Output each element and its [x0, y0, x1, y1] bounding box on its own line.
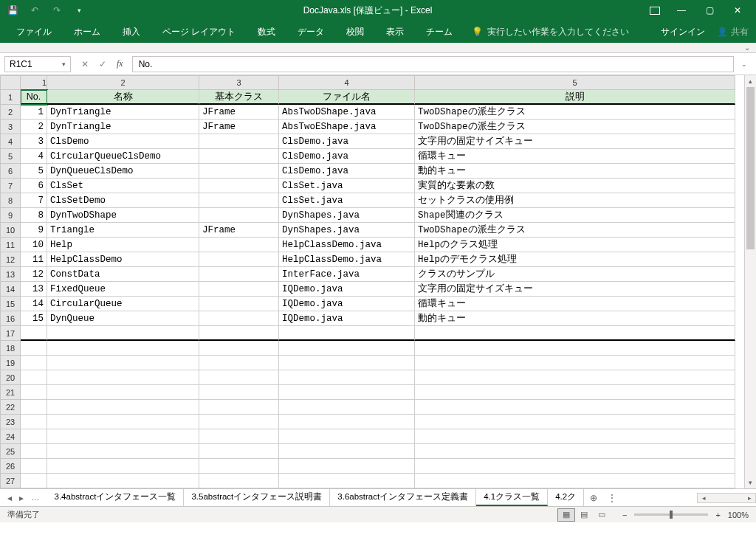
cell[interactable] [199, 297, 279, 311]
cell[interactable] [199, 326, 279, 341]
redo-icon[interactable]: ↷ [50, 5, 63, 15]
cell[interactable] [21, 474, 47, 488]
tab-view[interactable]: 表示 [377, 26, 413, 38]
cell[interactable]: 文字用の固定サイズキュー [415, 282, 735, 297]
zoom-slider[interactable] [634, 513, 708, 516]
row-header[interactable]: 27 [0, 474, 21, 488]
sheet-nav-prev[interactable]: ▸ [16, 491, 27, 505]
zoom-level[interactable]: 100% [728, 511, 749, 519]
undo-icon[interactable]: ↶ [28, 5, 41, 15]
row-header[interactable]: 6 [0, 164, 21, 179]
cell[interactable] [21, 356, 47, 370]
cell[interactable] [199, 429, 279, 444]
fx-icon[interactable]: fx [117, 58, 123, 69]
cell[interactable]: DynTwoDShape [47, 208, 199, 223]
cell[interactable]: JFrame [199, 120, 279, 134]
cell[interactable]: ClsDemo [47, 134, 199, 149]
cell[interactable] [47, 429, 199, 444]
cell[interactable] [415, 356, 735, 370]
cell[interactable]: 3 [21, 134, 47, 149]
row-header[interactable]: 18 [0, 341, 21, 356]
tab-team[interactable]: チーム [417, 26, 461, 38]
cell[interactable]: 実質的な要素の数 [415, 179, 735, 193]
zoom-out-button[interactable]: − [622, 511, 627, 519]
vertical-scrollbar[interactable]: ▴ ▾ [744, 75, 756, 488]
cell[interactable] [279, 444, 415, 459]
cell[interactable]: 5 [21, 164, 47, 179]
cell[interactable] [21, 370, 47, 385]
cell[interactable] [415, 385, 735, 400]
cell[interactable]: Helpのデモクラス処理 [415, 252, 735, 267]
cell[interactable]: DynQueueClsDemo [47, 164, 199, 179]
scroll-right-icon[interactable]: ▸ [743, 494, 755, 502]
row-header[interactable]: 2 [0, 105, 21, 120]
cell[interactable]: TwoDShapeの派生クラス [415, 120, 735, 134]
row-header[interactable]: 25 [0, 444, 21, 459]
tab-data[interactable]: データ [289, 26, 333, 38]
cell[interactable] [47, 326, 199, 341]
cell[interactable] [47, 385, 199, 400]
row-header[interactable]: 19 [0, 356, 21, 370]
cell[interactable]: AbsTwoDShape.java [279, 105, 415, 120]
row-header[interactable]: 23 [0, 415, 21, 429]
col-header[interactable]: 3 [199, 75, 279, 90]
new-sheet-button[interactable]: ⊕ [584, 493, 603, 503]
row-header[interactable]: 11 [0, 238, 21, 252]
row-header[interactable]: 22 [0, 400, 21, 415]
cell[interactable] [199, 370, 279, 385]
cell[interactable]: 2 [21, 120, 47, 134]
col-header[interactable]: 5 [415, 75, 735, 90]
scroll-down-icon[interactable]: ▾ [745, 477, 756, 488]
cell[interactable]: 動的キュー [415, 311, 735, 326]
row-header[interactable]: 16 [0, 311, 21, 326]
cell[interactable]: 6 [21, 179, 47, 193]
cell[interactable]: 15 [21, 311, 47, 326]
sheet-nav-more[interactable]: … [28, 491, 43, 505]
select-all-corner[interactable] [0, 75, 21, 90]
formula-input[interactable]: No. [132, 56, 734, 72]
cell[interactable] [199, 134, 279, 149]
cell[interactable] [47, 341, 199, 356]
cell[interactable]: 循環キュー [415, 297, 735, 311]
cell[interactable] [21, 341, 47, 356]
cell[interactable] [21, 326, 47, 341]
cell[interactable] [21, 459, 47, 474]
col-header[interactable]: 2 [47, 75, 199, 90]
cell[interactable]: Helpのクラス処理 [415, 238, 735, 252]
tab-formulas[interactable]: 数式 [249, 26, 284, 38]
cell[interactable] [47, 444, 199, 459]
cell[interactable]: 10 [21, 238, 47, 252]
cell[interactable] [199, 311, 279, 326]
cell[interactable]: DynTriangle [47, 120, 199, 134]
sheet-tab[interactable]: 3.6abstractインタフェース定義書 [330, 489, 476, 506]
ribbon-display-icon[interactable] [650, 7, 660, 15]
cell[interactable] [47, 415, 199, 429]
share-button[interactable]: 👤 共有 [717, 26, 749, 38]
save-icon[interactable]: 💾 [6, 5, 19, 15]
tab-home[interactable]: ホーム [65, 26, 109, 38]
cell[interactable] [279, 415, 415, 429]
sheet-tab[interactable]: 4.1クラス一覧 [476, 489, 548, 506]
cell[interactable] [21, 415, 47, 429]
cell[interactable] [279, 341, 415, 356]
cell[interactable] [199, 238, 279, 252]
view-pagelayout-icon[interactable]: ▤ [575, 508, 593, 522]
tab-file[interactable]: ファイル [7, 26, 61, 38]
col-header[interactable]: 1 [21, 75, 47, 90]
cell[interactable] [47, 400, 199, 415]
cell[interactable] [199, 282, 279, 297]
row-header[interactable]: 7 [0, 179, 21, 193]
row-header[interactable]: 4 [0, 134, 21, 149]
row-header[interactable]: 8 [0, 193, 21, 208]
cell[interactable] [21, 429, 47, 444]
cell[interactable]: HelpClassDemo.java [279, 252, 415, 267]
cell[interactable]: TwoDShapeの派生クラス [415, 105, 735, 120]
cell[interactable] [21, 444, 47, 459]
row-header[interactable]: 21 [0, 385, 21, 400]
cell[interactable] [279, 370, 415, 385]
cell[interactable]: DynTriangle [47, 105, 199, 120]
zoom-in-button[interactable]: + [715, 511, 720, 519]
cell[interactable]: ClsDemo.java [279, 149, 415, 164]
cell[interactable] [199, 252, 279, 267]
sheet-tab[interactable]: 3.5abstractインタフェース説明書 [184, 489, 330, 506]
